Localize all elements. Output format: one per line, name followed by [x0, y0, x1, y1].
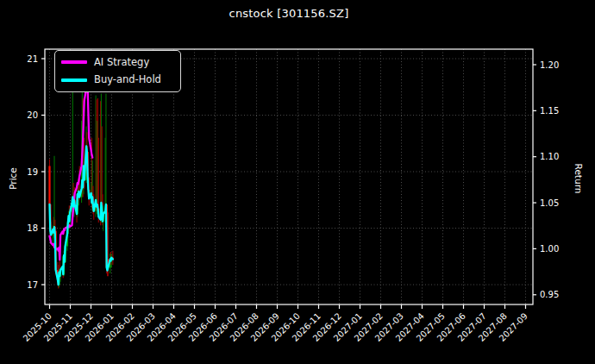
price-axis-label: Price	[8, 167, 18, 190]
price-tick-label: 20	[27, 110, 38, 120]
price-tick-label: 19	[27, 167, 38, 177]
legend-label: AI Strategy	[94, 58, 149, 68]
ai-strategy-line-swatch	[61, 60, 87, 64]
legend-item-buy-and-hold: Buy-and-Hold	[55, 72, 180, 88]
price-tick-label: 17	[27, 280, 38, 290]
return-tick-label: 1.15	[540, 106, 559, 116]
price-tick-label: 18	[27, 223, 38, 233]
return-tick-label: 1.20	[540, 60, 559, 70]
return-tick-label: 0.95	[540, 290, 559, 299]
legend-label: Buy-and-Hold	[94, 75, 161, 85]
return-tick-label: 1.00	[540, 244, 559, 254]
return-axis-label: Return	[573, 164, 584, 194]
legend: AI Strategy Buy-and-Hold	[54, 50, 181, 92]
legend-item-ai-strategy: AI Strategy	[55, 54, 180, 70]
buy-and-hold-line-swatch	[61, 78, 87, 82]
return-tick-label: 1.10	[540, 152, 559, 161]
price-tick-label: 21	[27, 54, 38, 64]
return-tick-label: 1.05	[540, 198, 559, 208]
candle-body	[48, 166, 50, 204]
